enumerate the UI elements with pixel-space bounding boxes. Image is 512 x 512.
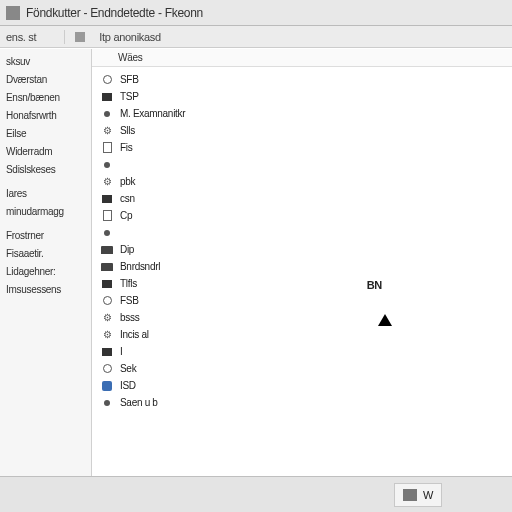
item-label: Tlfls	[120, 278, 137, 289]
toolbar-left-label[interactable]: ens. st	[6, 31, 36, 43]
list-item[interactable]: pbk	[92, 173, 512, 190]
list-item[interactable]: csn	[92, 190, 512, 207]
cursor-icon	[378, 314, 392, 326]
item-label: bsss	[120, 312, 139, 323]
app-item-icon	[100, 380, 114, 392]
sidebar: sksuv Dværstan Ensn/bænen Honafsrwrth Ei…	[0, 49, 92, 476]
item-label: Cp	[120, 210, 132, 221]
sidebar-item[interactable]: Imsusessens	[0, 281, 91, 299]
window-title: Föndkutter - Endndetedte - Fkeonn	[26, 6, 203, 20]
item-label: Bnrdsndrl	[120, 261, 160, 272]
list-item[interactable]: ISD	[92, 377, 512, 394]
item-label: ISD	[120, 380, 136, 391]
content-area: sksuv Dværstan Ensn/bænen Honafsrwrth Ei…	[0, 48, 512, 476]
sidebar-item[interactable]: sksuv	[0, 53, 91, 71]
gear-icon	[100, 125, 114, 137]
list-item[interactable]: FSB	[92, 292, 512, 309]
list-item[interactable]: Bnrdsndrl	[92, 258, 512, 275]
item-icon	[100, 91, 114, 103]
titlebar: Föndkutter - Endndetedte - Fkeonn	[0, 0, 512, 26]
item-label: csn	[120, 193, 135, 204]
list-item[interactable]	[92, 156, 512, 173]
right-badge: BN	[367, 279, 382, 291]
item-label: FSB	[120, 295, 139, 306]
app-window: Föndkutter - Endndetedte - Fkeonn ens. s…	[0, 0, 512, 512]
status-icon	[403, 489, 417, 501]
page-icon	[100, 210, 114, 222]
item-label: pbk	[120, 176, 135, 187]
item-label: Slls	[120, 125, 135, 136]
item-icon	[100, 227, 114, 239]
list-item[interactable]: bsss	[92, 309, 512, 326]
item-icon	[100, 278, 114, 290]
item-label: Saen u b	[120, 397, 158, 408]
item-icon	[100, 74, 114, 86]
item-icon	[100, 108, 114, 120]
app-icon	[6, 6, 20, 20]
tab-icon	[75, 32, 85, 42]
list-item[interactable]: M. Examnanitkr	[92, 105, 512, 122]
list-item[interactable]: I	[92, 343, 512, 360]
toolbar-left: ens. st	[6, 31, 36, 43]
sidebar-item[interactable]: Ensn/bænen	[0, 89, 91, 107]
folder-icon	[100, 244, 114, 256]
item-label: Incis al	[120, 329, 149, 340]
sidebar-item[interactable]: Widerradm	[0, 143, 91, 161]
toolbar: ens. st Itp anonikasd	[0, 26, 512, 48]
list-item[interactable]: Saen u b	[92, 394, 512, 411]
sidebar-item[interactable]: Frostrner	[0, 227, 91, 245]
item-label: Fis	[120, 142, 132, 153]
status-group[interactable]: W	[394, 483, 442, 507]
sidebar-item[interactable]: Dværstan	[0, 71, 91, 89]
list-item[interactable]: Sek	[92, 360, 512, 377]
sidebar-item[interactable]: Sdislskeses	[0, 161, 91, 179]
item-label: M. Examnanitkr	[120, 108, 185, 119]
gear-icon	[100, 312, 114, 324]
page-icon	[100, 142, 114, 154]
item-label: TSP	[120, 91, 139, 102]
item-icon	[100, 159, 114, 171]
list-item[interactable]: Incis al	[92, 326, 512, 343]
list-item[interactable]: Dip	[92, 241, 512, 258]
status-value: W	[423, 489, 433, 501]
item-icon	[100, 346, 114, 358]
sidebar-item[interactable]: Honafsrwrth	[0, 107, 91, 125]
list-item[interactable]: SFB	[92, 71, 512, 88]
file-list: SFB TSP M. Examnanitkr Slls Fis pbk csn …	[92, 67, 512, 476]
item-label: Sek	[120, 363, 136, 374]
item-icon	[100, 397, 114, 409]
statusbar: W	[0, 476, 512, 512]
sidebar-item[interactable]: Eilse	[0, 125, 91, 143]
list-item[interactable]: Tlfls	[92, 275, 512, 292]
list-item[interactable]: Cp	[92, 207, 512, 224]
item-label: I	[120, 346, 122, 357]
item-label: Dip	[120, 244, 134, 255]
toolbar-separator	[64, 30, 65, 44]
column-header-name[interactable]: Wäes	[92, 49, 512, 67]
item-icon	[100, 295, 114, 307]
sidebar-item[interactable]: Lidagehner:	[0, 263, 91, 281]
list-item[interactable]: TSP	[92, 88, 512, 105]
item-icon	[100, 363, 114, 375]
sidebar-item[interactable]: Fisaaetir.	[0, 245, 91, 263]
main-panel: Wäes SFB TSP M. Examnanitkr Slls Fis pbk…	[92, 49, 512, 476]
toolbar-tab-label[interactable]: Itp anonikasd	[99, 31, 161, 43]
sidebar-item[interactable]: Iares	[0, 185, 91, 203]
gear-icon	[100, 176, 114, 188]
item-icon	[100, 193, 114, 205]
folder-icon	[100, 261, 114, 273]
list-item[interactable]: Fis	[92, 139, 512, 156]
list-item[interactable]: Slls	[92, 122, 512, 139]
item-label: SFB	[120, 74, 139, 85]
gear-icon	[100, 329, 114, 341]
list-item[interactable]	[92, 224, 512, 241]
sidebar-item[interactable]: minudarmagg	[0, 203, 91, 221]
